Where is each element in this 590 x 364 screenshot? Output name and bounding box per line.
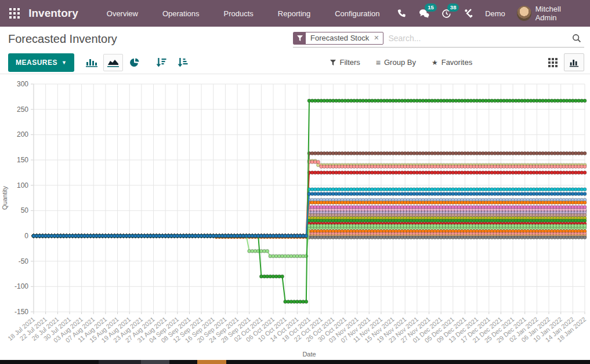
measures-button[interactable]: MEASURES ▼: [8, 53, 74, 72]
favorites-menu-button[interactable]: ★ Favorites: [432, 58, 472, 67]
groupby-menu-button[interactable]: ≡ Group By: [376, 58, 416, 67]
caret-down-icon: ▼: [61, 60, 67, 65]
graph-view-button[interactable]: [564, 53, 584, 71]
messages-badge: 15: [425, 3, 437, 12]
view-switcher: [542, 53, 584, 71]
navbar-systray: 15 38 Demo Mitchell Admin: [392, 0, 584, 27]
filters-menu-button[interactable]: Filters: [330, 58, 360, 67]
main-menu: OverviewOperationsProductsReportingConfi…: [95, 0, 392, 27]
control-panel: Forecasted Inventory Forecasted Stock ✕ …: [0, 27, 590, 74]
pivot-grid-icon: [548, 58, 558, 67]
apps-grid-icon: [9, 8, 20, 19]
magnifier-icon: [572, 34, 581, 43]
svg-text:150: 150: [17, 156, 28, 164]
groupby-label: Group By: [384, 58, 416, 67]
search-bar[interactable]: Forecasted Stock ✕: [293, 30, 584, 48]
favorites-star-icon: ★: [432, 59, 438, 67]
svg-text:Date: Date: [302, 351, 316, 358]
search-options: Filters ≡ Group By ★ Favorites: [330, 58, 472, 67]
measures-label: MEASURES: [16, 59, 57, 67]
nav-menu-item-reporting[interactable]: Reporting: [266, 0, 323, 27]
activities-badge: 38: [447, 3, 459, 12]
search-submit-button[interactable]: [569, 34, 584, 43]
company-menu[interactable]: Demo: [482, 9, 513, 18]
nav-menu-item-overview[interactable]: Overview: [95, 0, 150, 27]
pie-chart-mode-button[interactable]: [125, 54, 144, 71]
area-chart-icon: [107, 57, 119, 67]
search-input[interactable]: [388, 34, 569, 43]
sort-desc-icon: [156, 57, 166, 67]
svg-text:200: 200: [17, 130, 28, 139]
search-facet-forecasted-stock[interactable]: Forecasted Stock ✕: [293, 32, 383, 45]
os-taskbar-sliver: [0, 360, 590, 364]
pivot-view-button[interactable]: [542, 53, 563, 71]
sort-descending-button[interactable]: [151, 54, 171, 71]
taskbar-segment: [141, 360, 169, 364]
svg-text:-150: -150: [15, 308, 28, 316]
svg-text:250: 250: [17, 105, 28, 114]
taskbar-segment: [197, 360, 226, 364]
filters-funnel-icon: [330, 60, 336, 65]
chart-type-toolbar: [82, 54, 193, 71]
line-chart-mode-button[interactable]: [103, 54, 123, 71]
messages-button[interactable]: 15: [414, 0, 433, 27]
page-title: Forecasted Inventory: [8, 32, 117, 46]
graph-view-icon: [569, 58, 580, 67]
svg-text:-100: -100: [15, 282, 28, 290]
search-facet-label: Forecasted Stock: [306, 32, 374, 44]
app-name[interactable]: Inventory: [28, 7, 78, 20]
svg-text:-50: -50: [19, 257, 29, 265]
sort-ascending-button[interactable]: [173, 54, 193, 71]
filters-label: Filters: [339, 58, 360, 67]
favorites-label: Favorites: [441, 58, 472, 67]
pie-chart-icon: [129, 57, 140, 68]
forecast-chart[interactable]: -150-100-5005010015020025030018 Jul 2021…: [0, 74, 590, 360]
user-name: Mitchell Admin: [535, 5, 582, 22]
bar-chart-icon: [86, 57, 97, 67]
phone-icon: [397, 9, 406, 18]
sort-asc-icon: [178, 57, 188, 67]
groupby-bars-icon: ≡: [376, 58, 381, 67]
nav-menu-item-operations[interactable]: Operations: [150, 0, 212, 27]
filter-funnel-icon: [294, 32, 306, 44]
apps-menu-button[interactable]: [7, 6, 21, 21]
tools-icon: [464, 9, 473, 18]
user-avatar: [517, 6, 531, 21]
taskbar-segment: [99, 360, 141, 364]
top-navbar: Inventory OverviewOperationsProductsRepo…: [0, 0, 590, 27]
nav-menu-item-products[interactable]: Products: [212, 0, 266, 27]
phone-button[interactable]: [392, 0, 411, 27]
svg-text:50: 50: [21, 206, 29, 214]
debug-tools-button[interactable]: [459, 0, 478, 27]
svg-text:Quantity: Quantity: [1, 186, 8, 210]
svg-text:0: 0: [24, 232, 28, 240]
chart-area: -150-100-5005010015020025030018 Jul 2021…: [0, 74, 590, 360]
user-menu[interactable]: Mitchell Admin: [517, 5, 584, 22]
facet-remove-icon[interactable]: ✕: [374, 32, 383, 44]
activities-button[interactable]: 38: [437, 0, 456, 27]
bar-chart-mode-button[interactable]: [82, 54, 102, 71]
svg-text:300: 300: [17, 80, 28, 88]
nav-menu-item-configuration[interactable]: Configuration: [323, 0, 392, 27]
svg-text:100: 100: [17, 181, 28, 190]
